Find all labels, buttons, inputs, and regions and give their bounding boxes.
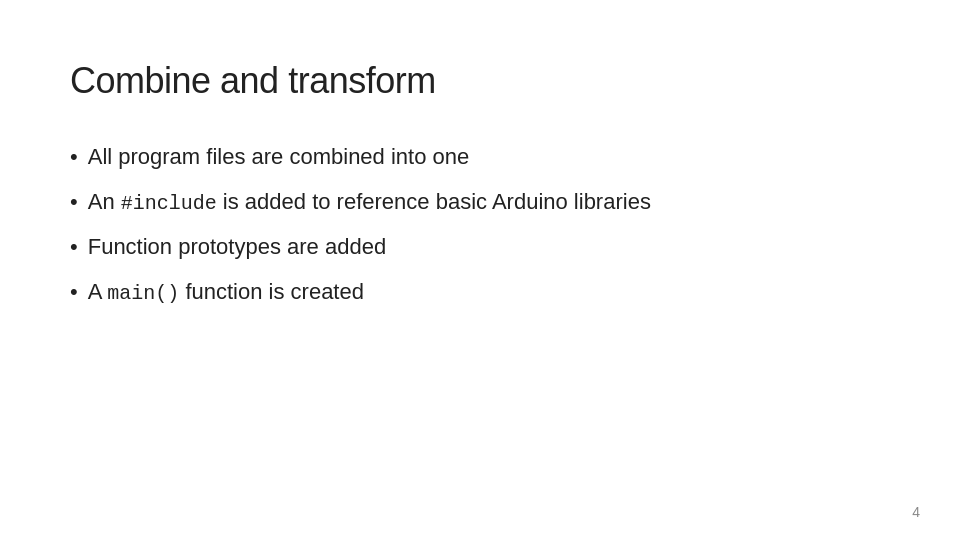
list-item: • A main() function is created [70, 277, 890, 308]
bullet-text-4: A main() function is created [88, 277, 364, 308]
list-item: • All program files are combined into on… [70, 142, 890, 173]
bullet-dot: • [70, 232, 78, 263]
bullet-list: • All program files are combined into on… [70, 142, 890, 308]
bullet-dot: • [70, 187, 78, 218]
list-item: • An #include is added to reference basi… [70, 187, 890, 218]
slide: Combine and transform • All program file… [0, 0, 960, 540]
bullet-text-2: An #include is added to reference basic … [88, 187, 651, 218]
bullet-text-3: Function prototypes are added [88, 232, 386, 263]
page-number: 4 [912, 504, 920, 520]
code-main: main() [107, 282, 179, 305]
code-include: #include [121, 192, 217, 215]
bullet-text-1: All program files are combined into one [88, 142, 470, 173]
slide-title: Combine and transform [70, 60, 890, 102]
list-item: • Function prototypes are added [70, 232, 890, 263]
bullet-dot: • [70, 142, 78, 173]
bullet-dot: • [70, 277, 78, 308]
